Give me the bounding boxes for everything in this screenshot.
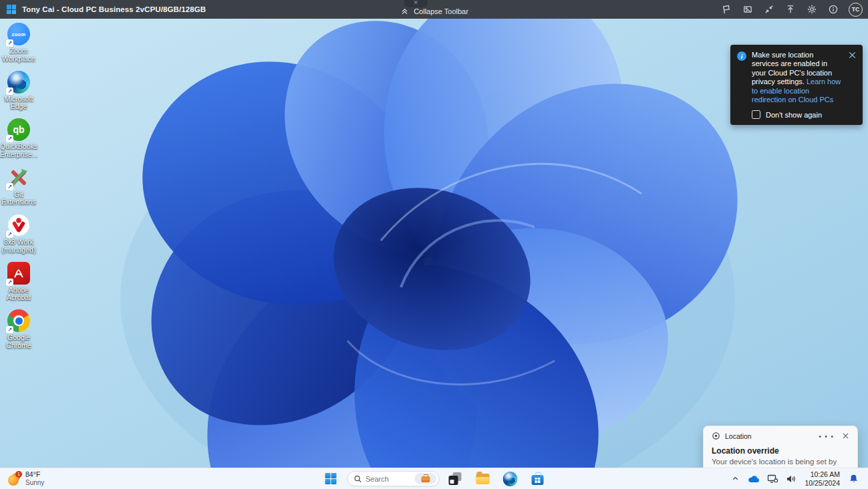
windows-logo-icon	[7, 5, 16, 14]
collapse-toolbar-label: Collapse Toolbar	[414, 7, 468, 15]
toast-more-button[interactable]: • • •	[819, 434, 834, 439]
desktop-icon-google-chrome[interactable]: ↗ Google Chrome	[0, 309, 39, 350]
exit-fullscreen-icon[interactable]	[760, 1, 778, 17]
briefcase-icon	[421, 476, 430, 482]
system-tray: 10:26 AM 10/25/2024	[727, 468, 868, 489]
desktop-icon-git-extensions[interactable]: ↗ Git Extensions	[0, 166, 39, 207]
notification-center-button[interactable]	[845, 470, 861, 488]
desktop-icon-column: zoom ↗ Zoom Workplace ↗ Microsoft Edge q…	[0, 23, 37, 350]
toolbar-center: ✕ Collapse Toolbar	[400, 0, 468, 19]
weather-widget[interactable]: 1 84°F Sunny	[0, 468, 52, 489]
location-target-icon	[712, 432, 720, 440]
location-services-banner: i Make sure location services are enable…	[730, 45, 863, 125]
toast-close-button[interactable]	[842, 432, 849, 440]
shortcut-arrow-icon: ↗	[6, 279, 13, 286]
collapse-toolbar-button[interactable]: Collapse Toolbar	[400, 7, 468, 16]
weather-alert-badge: 1	[15, 471, 22, 478]
microsoft-store-button[interactable]	[526, 470, 549, 488]
weather-condition: Sunny	[25, 479, 44, 486]
session-title: Tony Cai - Cloud PC Business 2vCPU/8GB/1…	[22, 5, 206, 13]
user-avatar[interactable]: TC	[849, 3, 863, 17]
task-view-icon	[449, 472, 462, 485]
windows-start-icon	[325, 473, 337, 484]
taskbar: 1 84°F Sunny	[0, 468, 868, 489]
file-explorer-button[interactable]	[471, 470, 494, 488]
flag-icon[interactable]	[718, 1, 735, 17]
weather-temperature: 84°F	[25, 471, 44, 479]
store-bag-icon	[531, 475, 543, 485]
toast-body: Your device's location is being set by a…	[712, 457, 849, 468]
toolbar-actions: TC	[718, 1, 868, 17]
desktop-icon-label: Zoom Workplace	[0, 47, 39, 63]
dont-show-again-checkbox[interactable]	[752, 110, 760, 119]
search-icon	[353, 475, 361, 483]
location-notification-toast: Location • • • Location override Your de…	[703, 426, 858, 468]
shortcut-arrow-icon: ↗	[6, 326, 13, 333]
desktop-icon-quickbooks[interactable]: qb ↗ QuickBooks Enterprise...	[0, 118, 39, 159]
toast-app-name: Location	[725, 432, 752, 440]
desktop-icon-label: Git Extensions	[0, 191, 39, 207]
desktop-icon-label: Microsoft Edge	[0, 96, 39, 112]
shortcut-arrow-icon: ↗	[6, 230, 13, 238]
desktop-icon-8x8-work[interactable]: ↗ 8x8 Work (managed)	[0, 214, 39, 255]
network-tray-button[interactable]	[764, 470, 780, 488]
edge-icon	[502, 472, 517, 486]
shortcut-arrow-icon: ↗	[6, 135, 13, 142]
settings-gear-icon[interactable]	[803, 1, 821, 17]
edge-taskbar-button[interactable]	[498, 470, 521, 488]
connection-toolbar: Tony Cai - Cloud PC Business 2vCPU/8GB/1…	[0, 0, 868, 19]
speaker-icon	[786, 474, 797, 484]
task-view-button[interactable]	[444, 470, 466, 488]
desktop-icon-label: QuickBooks Enterprise...	[0, 143, 39, 159]
start-button[interactable]	[319, 470, 342, 488]
onedrive-cloud-icon	[748, 474, 760, 484]
upload-icon[interactable]	[782, 1, 799, 17]
info-icon[interactable]	[825, 1, 842, 17]
desktop-icon-label: Adobe Acrobat	[0, 287, 39, 303]
tray-time: 10:26 AM	[811, 470, 840, 479]
session-title-area: Tony Cai - Cloud PC Business 2vCPU/8GB/1…	[0, 5, 206, 14]
sunny-weather-icon: 1	[8, 472, 21, 486]
onedrive-tray-button[interactable]	[746, 470, 762, 488]
dont-show-again-row: Don't show again	[752, 110, 857, 119]
chevron-up-icon	[731, 474, 740, 483]
notifications-bell-icon	[849, 474, 859, 484]
taskbar-search-box[interactable]	[347, 471, 439, 486]
desktop-icon-label: Google Chrome	[0, 334, 39, 350]
desktop-area[interactable]: zoom ↗ Zoom Workplace ↗ Microsoft Edge q…	[0, 19, 868, 468]
close-icon	[848, 51, 857, 59]
cloud-pc-desktop: Tony Cai - Cloud PC Business 2vCPU/8GB/1…	[0, 0, 868, 489]
toolbar-grip-tab[interactable]: ✕	[404, 0, 427, 7]
clock-widget[interactable]: 10:26 AM 10/25/2024	[802, 470, 843, 487]
double-chevron-up-icon	[400, 7, 409, 16]
info-badge-icon: i	[737, 51, 746, 61]
banner-close-button[interactable]	[848, 51, 857, 59]
network-monitor-icon	[767, 474, 778, 484]
shortcut-arrow-icon: ↗	[6, 183, 13, 190]
search-highlight-capsule[interactable]	[414, 473, 436, 484]
folder-icon	[476, 474, 489, 484]
tray-date: 10/25/2024	[805, 479, 840, 488]
taskbar-center	[319, 468, 549, 489]
hidden-icons-button[interactable]	[727, 470, 743, 488]
search-input[interactable]	[366, 475, 403, 483]
desktop-icon-microsoft-edge[interactable]: ↗ Microsoft Edge	[0, 71, 39, 112]
desktop-icon-label: 8x8 Work (managed)	[0, 238, 39, 255]
shortcut-arrow-icon: ↗	[6, 39, 13, 47]
screenshot-icon[interactable]	[739, 1, 756, 17]
dont-show-again-label: Don't show again	[766, 111, 822, 119]
desktop-icon-adobe-acrobat[interactable]: ↗ Adobe Acrobat	[0, 262, 39, 303]
toast-title: Location override	[712, 446, 849, 456]
desktop-icon-zoom-workplace[interactable]: zoom ↗ Zoom Workplace	[0, 23, 39, 63]
shortcut-arrow-icon: ↗	[6, 88, 13, 95]
volume-tray-button[interactable]	[783, 470, 799, 488]
